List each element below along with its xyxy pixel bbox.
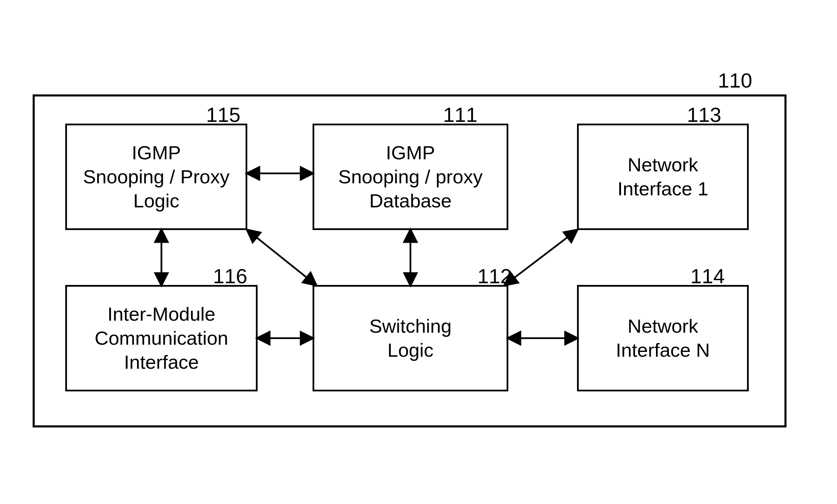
ref-net-if-n: 114 <box>690 264 725 288</box>
ref-igmp-logic: 115 <box>206 103 240 127</box>
ref-igmp-db: 111 <box>443 103 477 127</box>
box-net-if-n: Network Interface N <box>577 285 749 391</box>
box-switching: Switching Logic <box>313 285 508 391</box>
ref-inter-module: 116 <box>213 264 247 288</box>
box-igmp-logic: IGMP Snooping / Proxy Logic <box>65 124 247 230</box>
box-igmp-db: IGMP Snooping / proxy Database <box>313 124 508 230</box>
outer-ref: 110 <box>718 69 752 92</box>
box-inter-module: Inter-Module Communication Interface <box>65 285 258 391</box>
ref-switching: 112 <box>477 264 512 288</box>
ref-net-if-1: 113 <box>687 103 721 127</box>
box-net-if-1: Network Interface 1 <box>577 124 749 230</box>
diagram-canvas: 110 IGMP Snooping / Proxy Logic 115 IGMP… <box>0 0 837 504</box>
